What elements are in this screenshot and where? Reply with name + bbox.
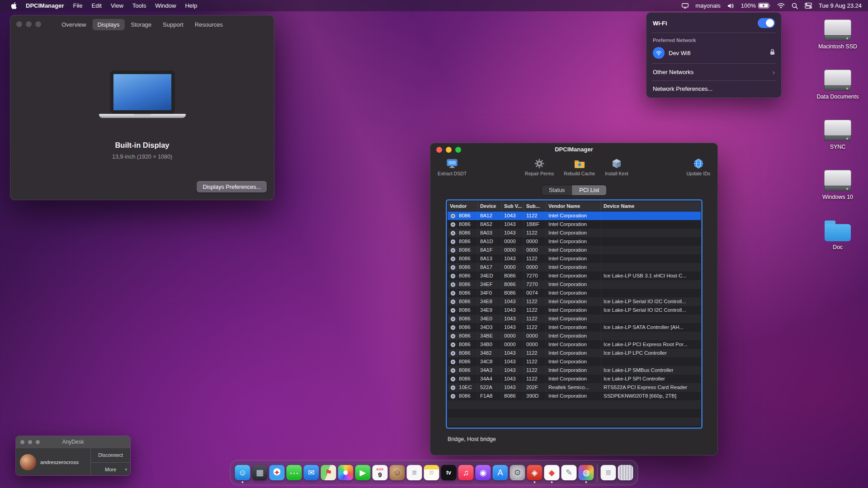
dock-podcasts-icon[interactable]: ◉ [476, 465, 491, 480]
dock-dpcimanager-icon[interactable]: ◍ [579, 465, 594, 480]
dock-finder-icon[interactable]: ☺ [235, 465, 250, 480]
minimize-button[interactable] [26, 21, 32, 27]
table-row[interactable]: 8086 34F0 8086 0074 Intel Corporation [448, 289, 701, 297]
column-header[interactable]: Device [478, 201, 502, 211]
about-tab[interactable]: Resources [190, 19, 228, 30]
column-header[interactable]: Device Name [601, 201, 701, 211]
dock-safari-icon[interactable]: ✦ [269, 465, 285, 480]
table-row[interactable]: 8086 8A1D 0000 0000 Intel Corporation [448, 237, 701, 246]
desktop-icon-windows-10[interactable]: Windows 10 [813, 169, 863, 200]
table-row[interactable]: 8086 F1A8 8086 390D Intel Corporation SS… [448, 392, 701, 400]
column-header[interactable]: Sub V... [502, 201, 524, 211]
about-tab[interactable]: Support [158, 19, 189, 30]
spotlight-search-icon[interactable] [792, 3, 798, 9]
dock-anydesk-icon[interactable]: ◆ [544, 465, 560, 480]
table-row[interactable]: 8086 8A12 1043 1122 Intel Corporation [448, 211, 701, 220]
dpci-tab[interactable]: Status [542, 185, 572, 195]
dock-calendar-icon[interactable]: AUG 9 [373, 465, 388, 480]
about-tab[interactable]: Overview [57, 19, 91, 30]
rebuild-cache-button[interactable]: Rebuild Cache [564, 158, 595, 176]
more-button[interactable]: More ▾ [91, 463, 130, 476]
table-row[interactable]: 8086 34C8 1043 1122 Intel Corporation [448, 357, 701, 366]
column-header[interactable]: Vendor Name [546, 201, 601, 211]
table-row[interactable]: 8086 34A4 1043 1122 Intel Corporation Ic… [448, 375, 701, 383]
about-tab[interactable]: Displays [92, 19, 124, 30]
dock-reminders-icon[interactable]: ≡ [407, 465, 422, 480]
close-button[interactable] [20, 440, 24, 444]
zoom-button[interactable] [35, 21, 41, 27]
disconnect-button[interactable]: Disconnect [91, 448, 130, 463]
menubar-menu-help[interactable]: Help [180, 2, 202, 9]
table-row[interactable]: 8086 3482 1043 1122 Intel Corporation Ic… [448, 349, 701, 357]
menubar-menu-file[interactable]: File [69, 2, 87, 9]
table-row[interactable]: 8086 34E9 1043 1122 Intel Corporation Ic… [448, 306, 701, 314]
dock-contacts-icon[interactable]: ☺ [390, 465, 405, 480]
table-row[interactable]: 8086 34E0 1043 1122 Intel Corporation [448, 314, 701, 323]
dock-trash-icon[interactable] [618, 465, 633, 480]
cell-device-name: Ice Lake-LP SPI Controller [601, 375, 701, 383]
column-header[interactable]: Vendor [448, 201, 478, 211]
wifi-toggle[interactable] [758, 18, 775, 28]
about-tab[interactable]: Storage [126, 19, 157, 30]
dock-tv-icon[interactable]: tv [441, 465, 457, 480]
menubar-menu-tools[interactable]: Tools [128, 2, 151, 9]
menubar-app-name[interactable]: DPCIManager [21, 2, 69, 9]
table-row[interactable]: 8086 8A13 1043 1122 Intel Corporation [448, 254, 701, 263]
menubar-menu-window[interactable]: Window [151, 2, 180, 9]
table-row[interactable]: 8086 8A17 0000 0000 Intel Corporation [448, 263, 701, 272]
table-row[interactable]: 8086 8A1F 0000 0000 Intel Corporation [448, 246, 701, 254]
table-row[interactable]: 8086 34D3 1043 1122 Intel Corporation Ic… [448, 323, 701, 332]
table-row[interactable]: 10EC 522A 1043 202F Realtek Semico... RT… [448, 383, 701, 392]
menubar-clock[interactable]: Tue 9 Aug 23.24 [819, 2, 862, 9]
dock-notes-icon[interactable]: ≡ [424, 465, 439, 480]
table-row[interactable]: 8086 34A3 1043 1122 Intel Corporation Ic… [448, 366, 701, 375]
apple-menu[interactable] [6, 2, 21, 9]
dock-app-red-icon[interactable]: ◈ [527, 465, 542, 480]
dock-maps-icon[interactable]: ⚑ [321, 465, 336, 480]
network-preferences-item[interactable]: Network Preferences... [653, 85, 775, 92]
dpci-titlebar[interactable]: DPCIManager [430, 143, 717, 156]
table-row[interactable]: 8086 8A52 1043 1BBF Intel Corporation [448, 220, 701, 229]
other-networks-item[interactable]: Other Networks › [653, 68, 775, 76]
dock-mail-icon[interactable]: ✉ [304, 465, 319, 480]
dock-document-icon[interactable]: ≣ [601, 465, 616, 480]
dock-appstore-icon[interactable]: A [493, 465, 508, 480]
anydesk-titlebar[interactable]: AnyDesk [16, 436, 130, 448]
desktop-icon-sync[interactable]: SYNC [813, 119, 863, 150]
volume-icon[interactable] [727, 3, 734, 9]
repair-perms-button[interactable]: Repair Perms [525, 158, 554, 176]
dock-system-preferences-icon[interactable]: ⚙ [510, 465, 525, 480]
desktop-icon-macintosh-ssd[interactable]: Macintosh SSD [813, 19, 863, 50]
dock-photos-icon[interactable] [338, 465, 354, 480]
control-center-icon[interactable] [805, 3, 812, 9]
table-row[interactable]: 8086 34B0 0000 0000 Intel Corporation Ic… [448, 340, 701, 349]
table-row[interactable]: 8086 8A03 1043 1122 Intel Corporation [448, 229, 701, 237]
update-ids-button[interactable]: Update IDs [686, 158, 710, 176]
dpci-tab[interactable]: PCI List [572, 185, 606, 195]
table-row[interactable]: 8086 34ED 8086 7270 Intel Corporation Ic… [448, 272, 701, 280]
table-row[interactable]: 8086 34EF 8086 7270 Intel Corporation [448, 280, 701, 289]
menubar-menu-view[interactable]: View [106, 2, 128, 9]
column-header[interactable]: Sub... [524, 201, 546, 211]
battery-status[interactable]: 100% [741, 2, 770, 9]
menubar-username[interactable]: mayonais [695, 2, 721, 9]
displays-preferences-button[interactable]: Displays Preferences... [197, 181, 267, 192]
extract-dsdt-button[interactable]: Extract DSDT [438, 158, 467, 176]
screen-share-icon[interactable] [682, 3, 689, 9]
install-kext-button[interactable]: Install Kext [605, 158, 628, 176]
zoom-button[interactable] [36, 440, 40, 444]
wifi-menubar-icon[interactable] [777, 3, 785, 9]
table-row[interactable]: 8086 34E8 1043 1122 Intel Corporation Ic… [448, 297, 701, 306]
menubar-menu-edit[interactable]: Edit [87, 2, 106, 9]
minimize-button[interactable] [28, 440, 32, 444]
desktop-icon-data-documents[interactable]: Data Documents [813, 69, 863, 100]
close-button[interactable] [16, 21, 22, 27]
dock-facetime-icon[interactable]: ▶ [355, 465, 371, 480]
table-row[interactable]: 8086 34BE 0000 0000 Intel Corporation [448, 332, 701, 340]
desktop-icon-doc[interactable]: Doc [813, 220, 863, 250]
dock-messages-icon[interactable]: … [287, 465, 302, 480]
dock-launchpad-icon[interactable]: ▦ [252, 465, 268, 480]
dock-music-icon[interactable]: ♫ [458, 465, 474, 480]
network-item-dev-wifi[interactable]: Dev Wifi [653, 47, 775, 59]
dock-textedit-icon[interactable]: ✎ [561, 465, 577, 480]
